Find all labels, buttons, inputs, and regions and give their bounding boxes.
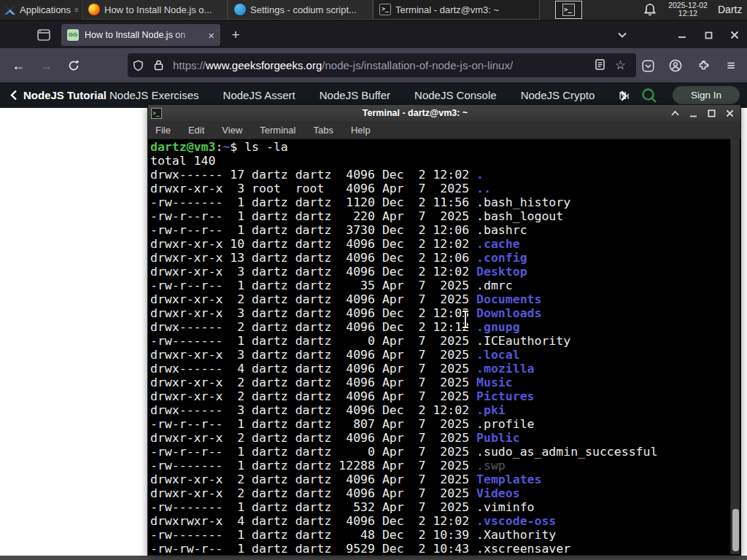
ls-row: -rw-rw-r-- 1 dartz dartz 9529 Dec 2 10:4… bbox=[150, 542, 740, 554]
ls-listing: drwx------ 17 dartz dartz 4096 Dec 2 12:… bbox=[150, 168, 740, 554]
window-close-icon[interactable] bbox=[725, 26, 744, 44]
prompt-line: dartz@vm3:~$ ls -la bbox=[150, 140, 740, 154]
nav-item[interactable]: NodeJS Crypto bbox=[521, 89, 595, 101]
ls-row: -rw-r--r-- 1 dartz dartz 35 Apr 7 2025 .… bbox=[150, 279, 740, 292]
bookmark-star-icon[interactable]: ☆ bbox=[615, 59, 626, 71]
applications-label: Applications bbox=[20, 4, 71, 15]
firefox-view-button[interactable] bbox=[32, 26, 55, 44]
firefox-tab-bar: GG How to Install Node.js on × + bbox=[0, 21, 747, 48]
distro-logo-icon bbox=[4, 4, 16, 15]
ls-row: drwxr-xr-x 3 dartz dartz 4096 Apr 7 2025… bbox=[150, 348, 740, 362]
browser-tab-active[interactable]: GG How to Install Node.js on × bbox=[61, 24, 220, 46]
tab-close-icon[interactable]: × bbox=[208, 30, 214, 41]
terminal-menu-tabs[interactable]: Tabs bbox=[313, 125, 333, 136]
nav-back-item[interactable]: NodeJS Tutorial bbox=[10, 82, 107, 108]
geeksforgeeks-favicon: GG bbox=[67, 29, 79, 41]
terminal-menu-file[interactable]: File bbox=[155, 125, 171, 136]
ls-row: drwxr-xr-x 13 dartz dartz 4096 Dec 2 12:… bbox=[150, 251, 740, 265]
list-all-tabs-icon[interactable] bbox=[613, 26, 632, 44]
terminal-icon: >_ bbox=[151, 108, 162, 119]
panel-clock[interactable]: 2025-12-02 12:12 bbox=[661, 1, 715, 18]
search-icon[interactable] bbox=[640, 87, 658, 104]
terminal-scrollbar[interactable] bbox=[730, 139, 740, 554]
back-button[interactable]: ← bbox=[9, 56, 28, 75]
ls-row: -rw-r--r-- 1 dartz dartz 807 Apr 7 2025 … bbox=[150, 417, 740, 431]
ls-row: drwx------ 17 dartz dartz 4096 Dec 2 12:… bbox=[150, 168, 740, 182]
sign-in-button[interactable]: Sign In bbox=[673, 86, 740, 104]
terminal-icon: >_ bbox=[379, 4, 391, 15]
panel-window-button-terminal[interactable]: >_Terminal - dartz@vm3: ~ bbox=[373, 0, 540, 20]
terminal-menu-edit[interactable]: Edit bbox=[188, 125, 204, 136]
ls-row: -rw------- 1 dartz dartz 1120 Dec 2 11:5… bbox=[150, 195, 740, 209]
terminal-scrollbar-thumb[interactable] bbox=[732, 509, 739, 551]
terminal-maximize-icon[interactable] bbox=[705, 107, 718, 119]
terminal-close-icon[interactable] bbox=[723, 107, 736, 119]
ls-row: -rw-r--r-- 1 dartz dartz 220 Apr 7 2025 … bbox=[150, 209, 740, 223]
terminal-output[interactable]: dartz@vm3:~$ ls -la total 140 drwx------… bbox=[149, 139, 740, 554]
window-minimize-icon[interactable] bbox=[673, 26, 692, 44]
tab-title: How to Install Node.js on bbox=[85, 30, 202, 40]
pocket-icon[interactable] bbox=[638, 55, 658, 76]
panel-window-buttons: How to Install Node.js o...Settings - co… bbox=[82, 0, 540, 20]
nav-scroll-right-icon[interactable] bbox=[615, 87, 632, 104]
ls-row: drwx------ 2 dartz dartz 4096 Dec 2 12:1… bbox=[150, 320, 740, 334]
ls-row: drwx------ 3 dartz dartz 4096 Dec 2 12:0… bbox=[150, 403, 740, 417]
notification-bell-icon[interactable] bbox=[642, 2, 658, 18]
new-tab-button[interactable]: + bbox=[226, 26, 245, 44]
top-panel: Applications ≡ How to Install Node.js o.… bbox=[0, 0, 747, 21]
window-button-label: Terminal - dartz@vm3: ~ bbox=[395, 4, 499, 15]
panel-window-button-firefox[interactable]: How to Install Node.js o... bbox=[82, 0, 228, 20]
terminal-menu-help[interactable]: Help bbox=[351, 125, 371, 136]
url-text: https://www.geeksforgeeks.org/node-js/in… bbox=[169, 59, 595, 71]
ls-row: drwxr-xr-x 3 root root 4096 Apr 7 2025 .… bbox=[150, 182, 740, 195]
ls-row: drwxr-xr-x 2 dartz dartz 4096 Apr 7 2025… bbox=[150, 292, 740, 306]
ls-row: drwx------ 4 dartz dartz 4096 Apr 7 2025… bbox=[150, 362, 740, 376]
nav-item[interactable]: NodeJS Console bbox=[414, 89, 497, 101]
window-maximize-icon[interactable] bbox=[699, 26, 718, 44]
chevron-left-icon bbox=[10, 90, 18, 101]
nav-item[interactable]: NodeJS Buffer bbox=[320, 89, 390, 101]
ls-row: drwxrwxr-x 4 dartz dartz 4096 Dec 2 12:0… bbox=[150, 514, 740, 528]
account-icon[interactable] bbox=[665, 55, 686, 76]
firefox-icon bbox=[88, 4, 100, 15]
ls-row: -rw------- 1 dartz dartz 532 Apr 7 2025 … bbox=[150, 500, 740, 514]
nav-item[interactable]: NodeJS Assert bbox=[223, 89, 295, 101]
terminal-menu-terminal[interactable]: Terminal bbox=[260, 125, 295, 136]
tray-terminal-icon[interactable]: >_ bbox=[555, 1, 582, 19]
ls-row: drwxr-xr-x 2 dartz dartz 4096 Apr 7 2025… bbox=[150, 431, 740, 445]
terminal-titlebar[interactable]: >_ Terminal - dartz@vm3: ~ bbox=[148, 105, 740, 121]
forward-button[interactable]: → bbox=[36, 56, 55, 75]
terminal-window: >_ Terminal - dartz@vm3: ~ FileEditViewT… bbox=[147, 104, 741, 556]
terminal-minimize-icon[interactable] bbox=[686, 107, 700, 119]
nav-back-label: NodeJS Tutorial bbox=[23, 89, 107, 101]
window-button-label: How to Install Node.js o... bbox=[104, 4, 212, 15]
terminal-menubar: FileEditViewTerminalTabsHelp bbox=[148, 121, 740, 139]
ls-row: drwxr-xr-x 2 dartz dartz 4096 Apr 7 2025… bbox=[150, 486, 740, 500]
applications-menu[interactable]: Applications ≡ bbox=[0, 0, 82, 20]
user-menu[interactable]: Dartz bbox=[718, 4, 742, 15]
reload-button[interactable] bbox=[64, 56, 83, 75]
terminal-shade-icon[interactable] bbox=[668, 107, 681, 119]
firefox-toolbar: ← → https://www.geeksforgeeks.org/node-j… bbox=[0, 48, 747, 82]
ls-row: drwxr-xr-x 3 dartz dartz 4096 Dec 2 12:0… bbox=[150, 265, 740, 279]
ls-row: -rw------- 1 dartz dartz 48 Dec 2 10:39 … bbox=[150, 528, 740, 542]
shield-icon[interactable] bbox=[128, 60, 148, 71]
lock-icon[interactable] bbox=[148, 60, 169, 71]
ls-row: drwxr-xr-x 2 dartz dartz 4096 Apr 7 2025… bbox=[150, 389, 740, 403]
extensions-puzzle-icon[interactable] bbox=[693, 55, 713, 76]
desktop: Applications ≡ How to Install Node.js o.… bbox=[0, 0, 747, 560]
ls-row: drwxr-xr-x 3 dartz dartz 4096 Dec 2 12:0… bbox=[150, 306, 740, 320]
mouse-cursor-ibeam bbox=[460, 310, 471, 329]
menu-lines-icon: ≡ bbox=[74, 7, 80, 13]
ls-row: drwxr-xr-x 2 dartz dartz 4096 Apr 7 2025… bbox=[150, 472, 740, 486]
reader-view-icon[interactable] bbox=[595, 59, 605, 72]
terminal-menu-view[interactable]: View bbox=[222, 125, 242, 136]
panel-window-button-codium[interactable]: Settings - codium script... bbox=[228, 0, 373, 20]
ls-row: drwxr-xr-x 10 dartz dartz 4096 Dec 2 12:… bbox=[150, 237, 740, 251]
url-bar[interactable]: https://www.geeksforgeeks.org/node-js/in… bbox=[128, 53, 636, 77]
nav-item[interactable]: NodeJS Exercises bbox=[109, 89, 199, 101]
ls-row: -rw------- 1 dartz dartz 0 Apr 7 2025 .I… bbox=[150, 334, 740, 348]
ls-row: drwxr-xr-x 2 dartz dartz 4096 Apr 7 2025… bbox=[150, 376, 740, 389]
codium-icon bbox=[234, 4, 246, 15]
app-menu-hamburger-icon[interactable]: ≡ bbox=[721, 55, 741, 76]
